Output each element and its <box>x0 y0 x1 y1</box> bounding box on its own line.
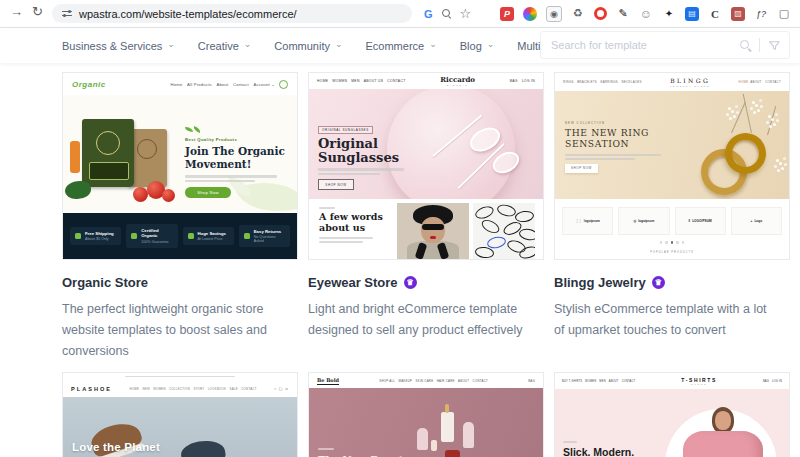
reload-icon[interactable]: ↻ <box>32 4 43 19</box>
template-thumbnail-bebold[interactable]: Be Bold SHOP ALL MAKEUP SKIN CARE HAIR C… <box>308 372 544 457</box>
template-thumbnail-blingg-jewelry[interactable]: NEW COLLECTION THE NEW RING SENSATION SH… <box>554 72 790 260</box>
blingg-heading: THE NEW RING SENSATION <box>565 128 673 150</box>
organic-feature-strip: Free ShippingAbove $5 Only Certified Org… <box>63 213 297 259</box>
url-text[interactable]: wpastra.com/website-templates/ecommerce/ <box>79 8 297 20</box>
extension-icon-4[interactable]: ♻ <box>571 7 585 21</box>
address-bar[interactable]: wpastra.com/website-templates/ecommerce/ <box>52 4 412 23</box>
zoom-icon[interactable] <box>442 9 451 18</box>
extension-icon-9[interactable]: ▤ <box>685 7 699 21</box>
tshirts-hero: Slick. Modern. Awesome. Shop Collection <box>555 389 789 457</box>
flower-bloom <box>769 125 772 128</box>
menu-label: Blog <box>460 40 482 52</box>
menu-community[interactable]: Community⌄ <box>274 40 342 52</box>
card-title[interactable]: Eyewear Store <box>308 275 398 290</box>
eyewear-header: HOME WOMEN MEN ABOUT US CONTACT Riccardo… <box>309 73 543 89</box>
menu-label: Ecommerce <box>366 40 425 52</box>
extension-icon-1[interactable]: P <box>500 7 514 21</box>
tube-graphic <box>463 422 474 448</box>
pump-bottle-graphic <box>441 412 454 442</box>
plashoe-header-icons: ⌕ ◯ ▢ <box>274 387 289 391</box>
feature-title: Free Shipping <box>85 231 114 236</box>
filter-funnel-icon[interactable] <box>768 39 781 52</box>
tshirts-nav-right: BAG LOG IN <box>763 380 782 383</box>
menu-creative[interactable]: Creative⌄ <box>198 40 252 52</box>
template-thumbnail-eyewear-store[interactable]: ORIGINAL SUNGLASSES Original Sunglasses … <box>308 72 544 260</box>
tshirts-heading: Slick. Modern. Awesome. <box>563 446 663 457</box>
menu-blog[interactable]: Blog⌄ <box>460 40 495 52</box>
extension-icon-6[interactable]: ✎ <box>616 7 630 21</box>
menu-label: Community <box>274 40 330 52</box>
feature-sub: No Questions Asked <box>254 235 286 243</box>
plashoe-topbar <box>63 373 297 380</box>
extension-icon-8[interactable]: ✦ <box>662 7 676 21</box>
blingg-logo-sub: JEWELRY STORE <box>670 85 710 87</box>
blingg-nav-left: RINGS BRACELETS EARRINGS NECKLACES <box>563 80 642 84</box>
tshirts-nav-left: BUY T-SHIRTS WOMEN MEN ABOUT CONTACT <box>562 380 635 383</box>
pump-top-graphic <box>445 404 449 413</box>
card-description: Stylish eCommerce template with a lot of… <box>554 299 779 341</box>
eyewear-eyebrow: ORIGINAL SUNGLASSES <box>318 126 373 134</box>
plashoe-logo: PLASHOE <box>71 386 112 392</box>
premium-badge-icon: ♛ <box>404 276 417 289</box>
popular-products-label: POPULAR PRODUCTS <box>555 251 789 254</box>
extension-icon-12[interactable]: ƒ? <box>754 7 768 21</box>
extension-icon-11[interactable]: ▨ <box>731 7 745 21</box>
menu-business-services[interactable]: Business & Services⌄ <box>62 40 175 52</box>
organic-header: Organic Home All Products About Contact … <box>63 73 297 95</box>
google-icon[interactable]: G <box>424 8 433 20</box>
carousel-dots <box>555 241 789 244</box>
bookmark-star-icon[interactable]: ☆ <box>460 6 472 21</box>
extension-icon-3[interactable]: ◉ <box>546 6 562 22</box>
browser-toolbar: → ↻ wpastra.com/website-templates/ecomme… <box>0 0 800 28</box>
feature-title: Certified Organic <box>141 228 173 238</box>
feature-sub: 100% Guarantee <box>141 240 173 244</box>
vegetable-graphic <box>65 181 91 199</box>
template-thumbnail-tshirts[interactable]: BUY T-SHIRTS WOMEN MEN ABOUT CONTACT T-S… <box>554 372 790 457</box>
tshirts-preview: BUY T-SHIRTS WOMEN MEN ABOUT CONTACT T-S… <box>555 373 789 457</box>
return-icon <box>244 233 250 239</box>
template-card-plashoe: PLASHOE HOME NEW WOMEN COLLECTION STORY … <box>62 372 298 457</box>
blingg-hero: NEW COLLECTION THE NEW RING SENSATION SH… <box>555 91 789 199</box>
feature-sub: Above $5 Only <box>85 237 114 241</box>
search-icon[interactable] <box>740 40 751 51</box>
extensions-puzzle-icon[interactable]: ▢ <box>777 7 791 21</box>
bebold-nav: SHOP ALL MAKEUP SKIN CARE HAIR CARE ABOU… <box>379 379 488 383</box>
feature-sub: At Lowest Price <box>198 237 226 241</box>
menu-ecommerce[interactable]: Ecommerce⌄ <box>366 40 437 52</box>
eyewear-hero: ORIGINAL SUNGLASSES Original Sunglasses … <box>309 89 543 199</box>
extensions-row: P ◉ ♻ ✎ ☺ ✦ ▤ C ▨ ƒ? ▢ <box>500 0 800 27</box>
eyewear-heading: Original Sunglasses <box>318 137 422 164</box>
flower-stem <box>767 106 776 135</box>
flower-bloom <box>729 117 732 120</box>
green-bag-graphic <box>82 119 134 187</box>
template-card-organic-store: Best Quality Products Join The Organic M… <box>62 72 298 372</box>
search-input[interactable] <box>549 38 740 52</box>
forward-icon[interactable]: → <box>10 4 23 19</box>
search-divider <box>759 38 760 52</box>
blingg-cta-button: SHOP NOW <box>565 164 598 173</box>
flower-stem <box>743 94 752 133</box>
extension-icon-7[interactable]: ☺ <box>639 7 653 21</box>
eyewear-logo-sub: EYEWEAR <box>440 84 475 87</box>
extension-icon-10[interactable]: C <box>708 7 722 21</box>
template-thumbnail-organic-store[interactable]: Best Quality Products Join The Organic M… <box>62 72 298 260</box>
menu-label: Creative <box>198 40 239 52</box>
plashoe-hero: Love the Planet <box>63 397 297 457</box>
blingg-jewelry-preview: NEW COLLECTION THE NEW RING SENSATION SH… <box>555 73 789 259</box>
tomato-graphic <box>162 189 175 202</box>
template-thumbnail-plashoe[interactable]: PLASHOE HOME NEW WOMEN COLLECTION STORY … <box>62 372 298 457</box>
model-photo <box>397 203 469 259</box>
plashoe-nav: HOME NEW WOMEN COLLECTION STORY LOOKBOOK… <box>129 387 256 391</box>
card-title[interactable]: Organic Store <box>62 275 148 290</box>
extension-icon-5[interactable] <box>594 7 607 20</box>
extension-icon-2[interactable] <box>523 7 537 21</box>
eyewear-cta-button: SHOP NOW <box>318 179 354 190</box>
card-description: The perfect lightweight organic store we… <box>62 299 287 362</box>
tshirts-logo-sub: STORE <box>681 383 717 385</box>
site-info-icon[interactable] <box>62 10 72 18</box>
card-title[interactable]: Blingg Jewelry <box>554 275 646 290</box>
jar-graphic <box>445 450 460 457</box>
menu-label: Business & Services <box>62 40 162 52</box>
juice-bottle-graphic <box>70 141 80 173</box>
bebold-preview: Be Bold SHOP ALL MAKEUP SKIN CARE HAIR C… <box>309 373 543 457</box>
